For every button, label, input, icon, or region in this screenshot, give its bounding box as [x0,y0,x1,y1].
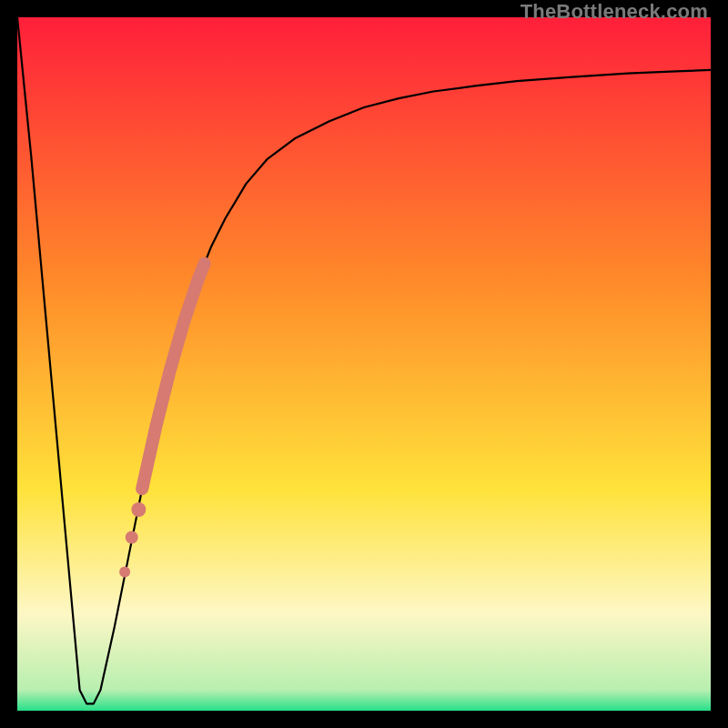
plot-area [17,17,711,711]
chart-frame: TheBottleneck.com [0,0,728,728]
watermark-text: TheBottleneck.com [521,0,708,24]
gradient-background [17,17,711,711]
highlight-dot [131,502,146,517]
highlight-dot [126,531,138,544]
chart-svg [17,17,711,711]
highlight-dot [119,567,130,578]
